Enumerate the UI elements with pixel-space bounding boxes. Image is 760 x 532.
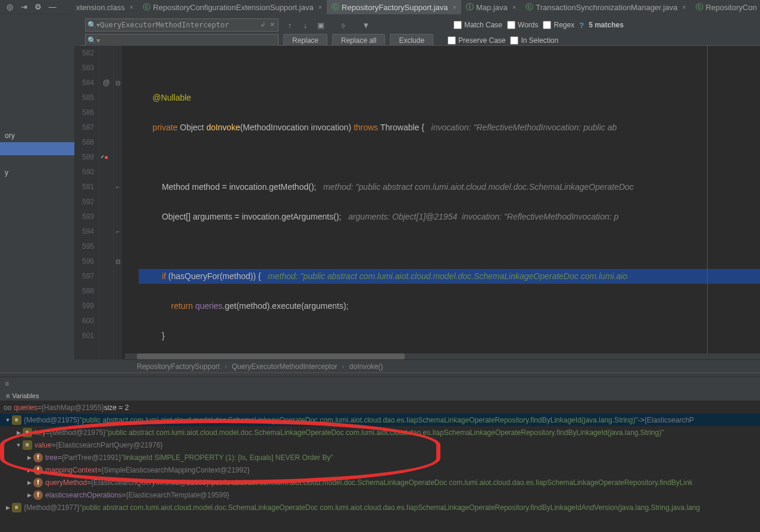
debug-tabs: ≡ xyxy=(0,377,9,390)
tab-repo-config-ext[interactable]: ⓒ RepositoryConfigurationExtensionSuppor… xyxy=(138,0,327,14)
close-icon[interactable]: × xyxy=(512,4,516,11)
java-class-icon: ⓒ xyxy=(696,2,703,12)
fold-gutter: ⊟ ⌐ ⌐ ⊟ xyxy=(114,46,122,359)
search-icon: 🔍▾ xyxy=(87,21,100,29)
var-row-querymethod[interactable]: ▶ f queryMethod = {ElasticsearchQueryMet… xyxy=(0,476,760,489)
close-icon[interactable]: × xyxy=(453,4,456,11)
replace-all-button[interactable]: Replace all xyxy=(332,34,385,47)
words-checkbox[interactable]: Words xyxy=(507,21,538,29)
list-item[interactable]: ory xyxy=(0,129,74,142)
field-icon: f xyxy=(33,490,43,500)
replace-button[interactable]: Replace xyxy=(283,34,327,47)
left-panel: ory y xyxy=(0,46,74,361)
var-row-key[interactable]: ▶ ≡ key = {Method@21975} "public abstrac… xyxy=(0,426,760,439)
field-icon: ≡ xyxy=(23,428,32,437)
breadcrumb-item[interactable]: QueryExecutorMethodInterceptor xyxy=(232,362,337,371)
tab-label: RepositoryConfigurationExtensionSupport.… xyxy=(153,3,314,12)
preserve-case-checkbox[interactable]: Preserve Case xyxy=(448,36,505,45)
field-icon: ≡ xyxy=(23,440,32,450)
restore-layout-icon[interactable]: ≡ xyxy=(5,380,9,388)
override-icon: @ xyxy=(99,76,113,90)
expand-arrow-icon[interactable]: ▶ xyxy=(14,430,23,436)
var-row-eso[interactable]: ▶ f elasticsearchOperations = {Elasticse… xyxy=(0,489,760,501)
find-replace-bar: 🔍▾ ↲ ✕ ↑ ↓ ▣ ⎀ ▼ Match Case Words Regex … xyxy=(80,16,760,46)
expand-arrow-icon[interactable]: ▶ xyxy=(25,455,33,461)
match-count: 5 matches xyxy=(589,21,624,29)
close-icon[interactable]: × xyxy=(318,4,322,11)
tab-repo-con[interactable]: ⓒ RepositoryCon xyxy=(691,0,760,14)
list-item[interactable]: y xyxy=(0,166,74,179)
search-input[interactable] xyxy=(85,18,279,32)
java-class-icon: ⓒ xyxy=(143,2,151,12)
var-row-mapping[interactable]: ▶ f mappingContext = {SimpleElasticsearc… xyxy=(0,464,760,476)
editor-tabs: xtension.class × ⓒ RepositoryConfigurati… xyxy=(71,0,760,14)
var-row-method1[interactable]: ▼ ≡ {Method@21975} "public abstract com.… xyxy=(0,414,760,426)
breadcrumb-item[interactable]: doInvoke() xyxy=(349,362,383,371)
close-icon[interactable]: × xyxy=(130,4,133,11)
tab-label: RepositoryCon xyxy=(706,3,757,12)
tab-label: Map.java xyxy=(476,3,508,12)
java-class-icon: ⓒ xyxy=(526,2,533,12)
breakpoint-icon[interactable]: ●✓ xyxy=(99,150,113,165)
match-case-checkbox[interactable]: Match Case xyxy=(454,21,502,29)
fold-icon[interactable]: ⊟ xyxy=(114,254,122,269)
tab-label: TransactionSynchronizationManager.java xyxy=(536,3,677,12)
marker-gutter: @ ●✓ xyxy=(99,46,114,359)
next-match-icon[interactable]: ↓ xyxy=(299,18,312,32)
arrow-right-icon[interactable]: ⇥ xyxy=(17,0,31,14)
prev-match-icon[interactable]: ↑ xyxy=(283,18,296,32)
list-icon: ≡ xyxy=(6,392,10,399)
field-icon: f xyxy=(33,478,43,487)
compass-icon[interactable]: ◎ xyxy=(2,0,17,14)
tab-extension-class[interactable]: xtension.class × xyxy=(71,0,138,14)
close-icon[interactable]: × xyxy=(682,4,686,11)
exclude-button[interactable]: Exclude xyxy=(390,34,433,47)
panel-divider[interactable] xyxy=(0,373,760,377)
expand-arrow-icon[interactable]: ▶ xyxy=(4,505,12,511)
minus-icon[interactable]: — xyxy=(45,0,60,14)
tab-label: RepositoryFactorySupport.java xyxy=(342,3,448,12)
var-row-tree[interactable]: ▶ f tree = {PartTree@21991} "linkageId S… xyxy=(0,451,760,464)
fold-icon[interactable]: ⊟ xyxy=(114,76,122,90)
regex-checkbox[interactable]: Regex xyxy=(543,21,574,29)
newline-icon[interactable]: ↲ xyxy=(260,21,265,29)
expand-arrow-icon[interactable]: ▶ xyxy=(25,492,33,498)
field-icon: f xyxy=(33,453,43,462)
breadcrumb: RepositoryFactorySupport› QueryExecutorM… xyxy=(125,359,760,373)
map-entry-icon: ≡ xyxy=(12,503,21,512)
tab-map[interactable]: Ⓘ Map.java × xyxy=(461,0,521,14)
tab-label: xtension.class xyxy=(76,3,125,12)
fold-end-icon: ⌐ xyxy=(114,180,122,195)
tab-repo-factory-support[interactable]: ⓒ RepositoryFactorySupport.java × xyxy=(327,0,461,14)
var-row-method2[interactable]: ▶ ≡ {Method@21977} "public abstract com.… xyxy=(0,501,760,514)
field-icon: f xyxy=(33,465,43,475)
code-content[interactable]: @Nullable private Object doInvoke(Method… xyxy=(122,46,760,359)
variables-panel[interactable]: oo queries = {HashMap@21955} size = 2 ▼ … xyxy=(0,401,760,532)
clear-search-icon[interactable]: ✕ xyxy=(270,21,275,29)
var-row-value[interactable]: ▼ ≡ value = {ElasticsearchPartQuery@2197… xyxy=(0,439,760,451)
variables-header: ≡ Variables xyxy=(0,390,760,401)
gear-icon[interactable]: ⚙ xyxy=(31,0,45,14)
horizontal-scrollbar[interactable] xyxy=(125,353,760,359)
expand-arrow-icon[interactable]: ▼ xyxy=(14,442,23,448)
line-number-gutter: 582583584585 586587588589 590591592593 5… xyxy=(74,46,99,359)
breadcrumb-item[interactable]: RepositoryFactorySupport xyxy=(137,362,220,371)
add-selection-icon[interactable]: ⎀ xyxy=(337,18,350,32)
help-icon[interactable]: ? xyxy=(579,21,584,30)
expand-arrow-icon[interactable]: ▶ xyxy=(25,467,33,473)
expand-arrow-icon[interactable]: ▶ xyxy=(25,480,33,486)
expand-arrow-icon[interactable]: ▼ xyxy=(4,417,12,423)
replace-icon: 🔍▾ xyxy=(87,36,100,45)
java-class-icon: ⓒ xyxy=(331,2,339,12)
map-entry-icon: ≡ xyxy=(12,415,21,425)
var-row-queries[interactable]: oo queries = {HashMap@21955} size = 2 xyxy=(0,401,760,414)
list-item[interactable] xyxy=(0,142,74,155)
fold-end-icon: ⌐ xyxy=(114,224,122,239)
filter-icon[interactable]: ▼ xyxy=(359,18,373,32)
select-all-icon[interactable]: ▣ xyxy=(314,18,327,32)
in-selection-checkbox[interactable]: In Selection xyxy=(510,36,558,45)
code-editor[interactable]: 582583584585 586587588589 590591592593 5… xyxy=(74,46,760,359)
java-interface-icon: Ⓘ xyxy=(466,2,474,12)
tab-tx-sync-manager[interactable]: ⓒ TransactionSynchronizationManager.java… xyxy=(521,0,690,14)
replace-input[interactable] xyxy=(85,34,279,47)
